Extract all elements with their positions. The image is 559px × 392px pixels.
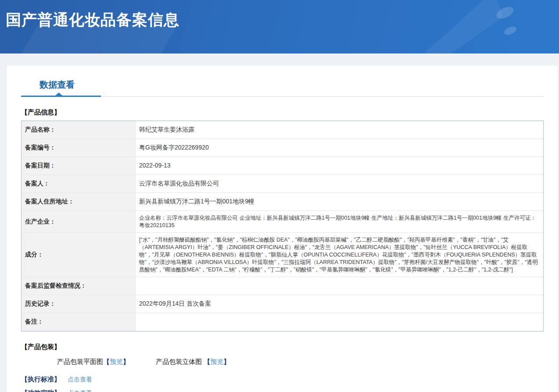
table-row-registration-date: 备案日期： 2022-09-13 <box>22 157 543 175</box>
row-value: 云浮市名草源化妆品有限公司 <box>136 175 543 192</box>
table-row-manufacturer: 生产企业： 企业名称：云浮市名草源化妆品有限公司 企业地址：新兴县新城镇万洋二路… <box>22 211 543 233</box>
row-value: 2022-09-13 <box>136 157 543 175</box>
standard-section-title: 【执行标准】 <box>21 375 61 383</box>
packaging-3d-preview-link[interactable]: 预览 <box>210 358 223 365</box>
row-label: 备案后监督检查情况： <box>22 277 136 295</box>
page-banner: 国产普通化妆品备案信息 <box>0 0 559 53</box>
row-label: 历史记录： <box>22 295 136 313</box>
tab-active-arrow-icon <box>55 93 62 96</box>
packaging-section-title: 【产品包装】 <box>21 343 544 351</box>
packaging-flat-preview-link[interactable]: 预览 <box>110 358 123 365</box>
row-value: 粤G妆网备字2022269920 <box>136 139 543 157</box>
bracket-close: 】 <box>123 358 129 365</box>
table-row-registration-number: 备案编号： 粤G妆网备字2022269920 <box>22 139 543 157</box>
packaging-3d-item: 产品包装立体图 【预览】 <box>156 358 230 366</box>
efficacy-row: 【功效宣称】 点击查看 <box>21 389 544 392</box>
banner-decoration-dot <box>503 25 518 36</box>
product-info-section-title: 【产品信息】 <box>21 108 544 117</box>
tab-bar: 数据查看 <box>21 79 544 97</box>
table-row-remarks: 备注： <box>22 313 543 331</box>
efficacy-section-title: 【功效宣称】 <box>21 389 61 392</box>
tab-divider <box>21 96 544 97</box>
tab-active-underline <box>21 96 101 97</box>
standard-view-link[interactable]: 点击查看 <box>68 376 92 383</box>
row-label: 成分： <box>22 233 136 277</box>
bracket-close: 】 <box>223 358 230 365</box>
row-label: 备案日期： <box>22 157 136 175</box>
row-label: 产品名称： <box>22 121 136 139</box>
row-value: 2022年09月14日 首次备案 <box>136 295 543 313</box>
row-value: 新兴县新城镇万洋二路1号一期001地块9幢 <box>136 193 543 210</box>
row-label: 生产企业： <box>22 211 136 232</box>
table-row-registrant: 备案人： 云浮市名草源化妆品有限公司 <box>22 175 543 193</box>
bracket-open: 【 <box>204 358 210 365</box>
packaging-flat-item: 产品包装平面图【预览】 <box>57 358 129 366</box>
table-row-supervision: 备案后监督检查情况： <box>22 277 543 295</box>
row-value: 韩纪艾草生姜沐浴露 <box>136 121 543 139</box>
table-row-ingredients: 成分： ["水"，"月桂醇聚醚硫酸酯钠"，"氯化钠"，"棕榈仁油酰胺 DEA"，… <box>22 233 543 277</box>
content-card: 数据查看 【产品信息】 产品名称： 韩纪艾草生姜沐浴露 备案编号： 粤G妆网备字… <box>7 66 558 392</box>
product-info-table: 产品名称： 韩纪艾草生姜沐浴露 备案编号： 粤G妆网备字2022269920 备… <box>21 121 544 331</box>
packaging-links-row: 产品包装平面图【预览】 产品包装立体图 【预览】 <box>21 358 544 366</box>
row-label: 备案人住所地址： <box>22 193 136 210</box>
table-row-history: 历史记录： 2022年09月14日 首次备案 <box>22 295 543 313</box>
row-label: 备注： <box>22 313 136 331</box>
row-value <box>136 313 543 331</box>
packaging-flat-label: 产品包装平面图 <box>57 358 103 365</box>
row-label: 备案人： <box>22 175 136 192</box>
bracket-open: 【 <box>103 358 110 365</box>
banner-decoration-swoosh <box>344 0 516 53</box>
table-row-registrant-address: 备案人住所地址： 新兴县新城镇万洋二路1号一期001地块9幢 <box>22 193 543 211</box>
row-label: 备案编号： <box>22 139 136 157</box>
page-title: 国产普通化妆品备案信息 <box>6 10 179 30</box>
row-value <box>136 277 543 295</box>
standard-row: 【执行标准】 点击查看 <box>21 375 544 384</box>
row-value: ["水"，"月桂醇聚醚硫酸酯钠"，"氯化钠"，"棕榈仁油酰胺 DEA"，"椰油酰… <box>136 233 543 277</box>
table-row-product-name: 产品名称： 韩纪艾草生姜沐浴露 <box>22 121 543 139</box>
efficacy-view-link[interactable]: 点击查看 <box>68 389 92 392</box>
packaging-3d-label: 产品包装立体图 <box>156 358 204 365</box>
row-value: 企业名称：云浮市名草源化妆品有限公司 企业地址：新兴县新城镇万洋二路1号一期00… <box>136 211 543 232</box>
